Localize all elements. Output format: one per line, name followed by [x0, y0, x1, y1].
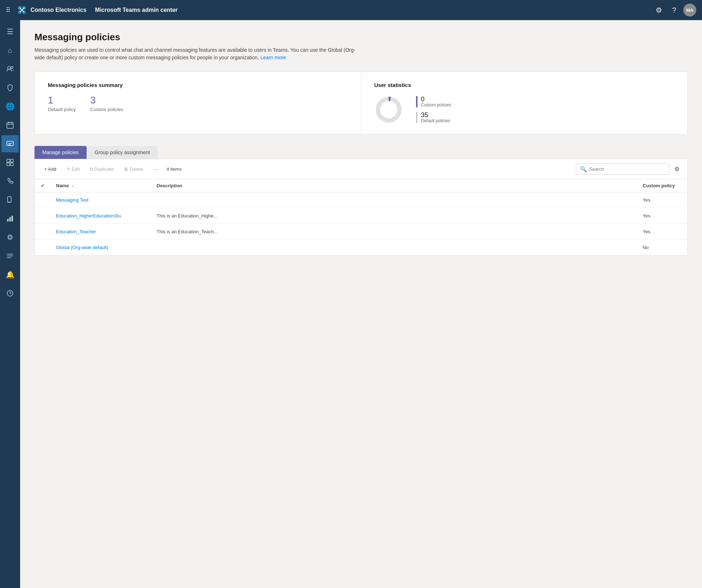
table-header-row: ✓ Name ↑ Description Custom policy	[35, 179, 687, 192]
user-stats-title: User statistics	[374, 82, 675, 88]
svg-rect-8	[7, 123, 13, 128]
row-name: Messaging Test	[50, 192, 151, 208]
tab-manage-policies[interactable]: Manage policies	[34, 146, 87, 159]
sidebar-item-apps[interactable]	[1, 154, 19, 171]
svg-point-7	[11, 66, 13, 69]
user-stats-list: 0 Custom policies 35 Default policies	[416, 96, 452, 123]
row-check	[35, 240, 50, 256]
sidebar-item-devices[interactable]	[1, 191, 19, 208]
delete-button[interactable]: 🗑 Delete	[120, 164, 147, 174]
custom-user-label: Custom policies	[421, 102, 452, 107]
sidebar-item-alerts[interactable]: 🔔	[1, 266, 19, 283]
help-icon-button[interactable]: ?	[669, 5, 679, 16]
row-check	[35, 208, 50, 224]
th-custom-policy: Custom policy	[637, 179, 687, 192]
svg-rect-10	[7, 159, 10, 162]
default-policy-count: 1	[48, 95, 76, 105]
sidebar-item-analytics[interactable]	[1, 210, 19, 227]
policy-link[interactable]: Global (Org-wide default)	[56, 245, 108, 250]
user-statistics-card: User statistics 0	[361, 72, 688, 134]
sidebar-item-settings[interactable]: ⚙	[1, 229, 19, 246]
page-description: Messaging policies are used to control w…	[34, 46, 358, 61]
custom-policy-count: 3	[90, 95, 123, 105]
item-count: 4 items	[167, 166, 182, 172]
svg-rect-14	[8, 197, 11, 202]
tab-group-policy[interactable]: Group policy assignment	[87, 146, 158, 159]
default-user-count: 35	[421, 112, 450, 118]
policy-link[interactable]: Education_Teacher	[56, 229, 96, 234]
row-check	[35, 224, 50, 240]
search-input[interactable]	[589, 166, 665, 172]
policy-table: ✓ Name ↑ Description Custom policy Messa…	[35, 179, 687, 255]
custom-policy-user-stat: 0 Custom policies	[416, 96, 452, 107]
table-toolbar: + Add ✎ Edit ⧉ Duplicate 🗑 Delete ··· 4 …	[35, 159, 687, 179]
table-row: Messaging Test Yes	[35, 192, 687, 208]
row-description	[151, 240, 637, 256]
learn-more-link[interactable]: Learn more	[260, 55, 286, 60]
sidebar-item-users[interactable]	[1, 60, 19, 78]
th-check: ✓	[35, 179, 50, 192]
default-policy-user-stat: 35 Default policies	[416, 112, 452, 123]
table-body: Messaging Test Yes Education_HigherEduca…	[35, 192, 687, 256]
row-custom: No	[637, 240, 687, 256]
policies-summary-title: Messaging policies summary	[48, 82, 348, 88]
logo-icon	[16, 4, 28, 16]
policy-link[interactable]: Education_HigherEducationStu	[56, 213, 121, 219]
org-name: Contoso Electronics	[31, 7, 87, 13]
search-box[interactable]: 🔍	[576, 164, 669, 175]
svg-rect-13	[10, 163, 13, 166]
sidebar-item-voice[interactable]	[1, 173, 19, 190]
user-stats-content: 0 Custom policies 35 Default policies	[374, 95, 675, 124]
tabs: Manage policies Group policy assignment	[34, 146, 688, 159]
sidebar-item-meetings[interactable]	[1, 116, 19, 134]
sort-icon: ↑	[71, 184, 74, 188]
grid-icon[interactable]: ⠿	[6, 6, 10, 14]
policies-summary-card: Messaging policies summary 1 Default pol…	[35, 72, 361, 134]
th-name[interactable]: Name ↑	[50, 179, 151, 192]
sidebar-item-dashboard[interactable]	[1, 285, 19, 302]
add-button[interactable]: + Add	[41, 164, 60, 174]
row-check	[35, 192, 50, 208]
column-settings-button[interactable]: ⚙	[672, 164, 682, 175]
default-policy-stat: 1 Default policy	[48, 95, 76, 112]
more-button[interactable]: ···	[150, 164, 161, 174]
row-name: Global (Org-wide default)	[50, 240, 151, 256]
default-user-label: Default policies	[421, 118, 450, 123]
avatar[interactable]: MA	[683, 4, 696, 17]
duplicate-button[interactable]: ⧉ Duplicate	[86, 164, 117, 174]
table-row: Education_HigherEducationStu This is an …	[35, 208, 687, 224]
policy-link[interactable]: Messaging Test	[56, 197, 88, 203]
top-navigation: ⠿ Contoso Electronics Microsoft Teams ad…	[0, 0, 702, 20]
row-name: Education_HigherEducationStu	[50, 208, 151, 224]
settings-icon-button[interactable]: ⚙	[653, 4, 665, 16]
row-custom: Yes	[637, 192, 687, 208]
svg-rect-17	[11, 216, 13, 221]
check-icon: ✓	[41, 183, 45, 188]
th-description: Description	[151, 179, 637, 192]
custom-policy-label: Custom policies	[90, 107, 123, 112]
row-description: This is an Education_Teach...	[151, 224, 637, 240]
custom-user-count: 0	[421, 96, 452, 102]
sidebar-item-policy-packages[interactable]	[1, 247, 19, 265]
svg-rect-12	[7, 163, 10, 166]
svg-point-6	[8, 66, 10, 69]
sidebar-item-teams[interactable]	[1, 79, 19, 96]
custom-stat-bar	[416, 96, 417, 107]
sidebar-item-menu[interactable]: ☰	[1, 23, 19, 40]
main-layout: ☰ ⌂ 🌐 ⚙ 🔔	[0, 20, 702, 588]
sidebar-item-home[interactable]: ⌂	[1, 42, 19, 59]
table-container: + Add ✎ Edit ⧉ Duplicate 🗑 Delete ··· 4 …	[34, 159, 688, 256]
default-policy-label: Default policy	[48, 107, 76, 112]
table-row: Global (Org-wide default) No	[35, 240, 687, 256]
page-title: Messaging policies	[34, 32, 688, 43]
edit-button[interactable]: ✎ Edit	[63, 164, 83, 174]
summary-stats: 1 Default policy 3 Custom policies	[48, 95, 348, 112]
row-custom: Yes	[637, 208, 687, 224]
row-custom: Yes	[637, 224, 687, 240]
sidebar-item-messaging[interactable]	[1, 135, 19, 152]
svg-rect-15	[7, 219, 9, 221]
sidebar-item-globe[interactable]: 🌐	[1, 98, 19, 115]
search-icon: 🔍	[580, 166, 587, 173]
svg-rect-11	[10, 159, 13, 162]
content-area: Messaging policies Messaging policies ar…	[20, 20, 702, 588]
